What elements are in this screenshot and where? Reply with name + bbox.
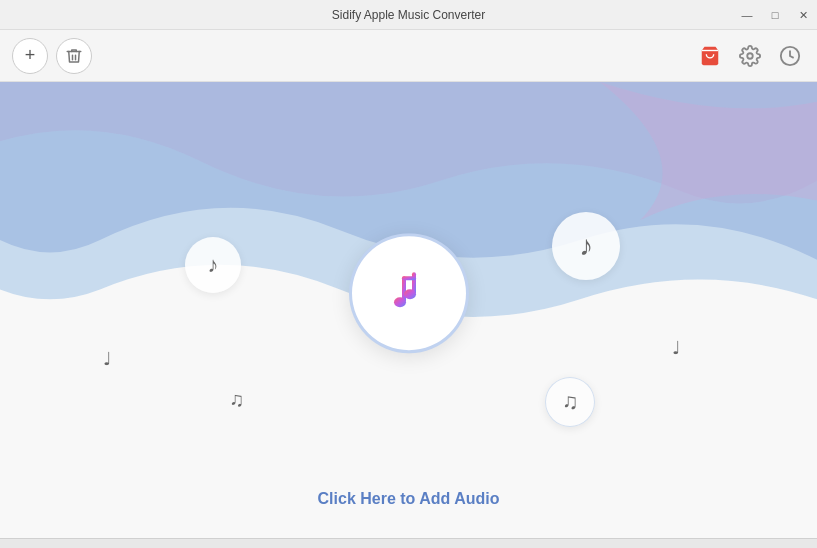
svg-point-1 — [747, 53, 753, 59]
float-note-5: ♩ — [658, 330, 694, 366]
settings-button[interactable] — [735, 41, 765, 71]
history-button[interactable] — [775, 41, 805, 71]
svg-rect-5 — [402, 276, 416, 280]
gear-icon — [739, 45, 761, 67]
main-music-icon-container[interactable] — [349, 233, 469, 361]
app-title: Sidify Apple Music Converter — [332, 8, 485, 22]
toolbar-right — [695, 41, 805, 71]
svg-point-7 — [404, 289, 416, 299]
apple-music-icon — [374, 258, 444, 328]
add-audio-text[interactable]: Click Here to Add Audio — [318, 490, 500, 508]
window-controls: — □ ✕ — [733, 0, 817, 30]
cart-button[interactable] — [695, 41, 725, 71]
title-bar: Sidify Apple Music Converter — □ ✕ — [0, 0, 817, 30]
maximize-button[interactable]: □ — [761, 0, 789, 30]
float-note-4: ♫ — [215, 377, 259, 421]
toolbar-left: + — [12, 38, 92, 74]
clock-icon — [779, 45, 801, 67]
toolbar: + — [0, 30, 817, 82]
close-button[interactable]: ✕ — [789, 0, 817, 30]
cart-icon — [699, 45, 721, 67]
svg-point-6 — [394, 297, 406, 307]
delete-button[interactable] — [56, 38, 92, 74]
float-note-6: ♫ — [545, 377, 595, 427]
main-area[interactable]: ♪ ♪ ♩ ♫ ♩ ♫ — [0, 82, 817, 538]
float-note-2: ♪ — [552, 212, 620, 280]
minimize-button[interactable]: — — [733, 0, 761, 30]
add-icon: + — [25, 45, 36, 66]
float-note-3: ♩ — [88, 340, 126, 378]
main-icon-circle[interactable] — [349, 233, 469, 353]
trash-icon — [65, 47, 83, 65]
add-button[interactable]: + — [12, 38, 48, 74]
float-note-1: ♪ — [185, 237, 241, 293]
bottom-bar: Convert — [0, 538, 817, 548]
